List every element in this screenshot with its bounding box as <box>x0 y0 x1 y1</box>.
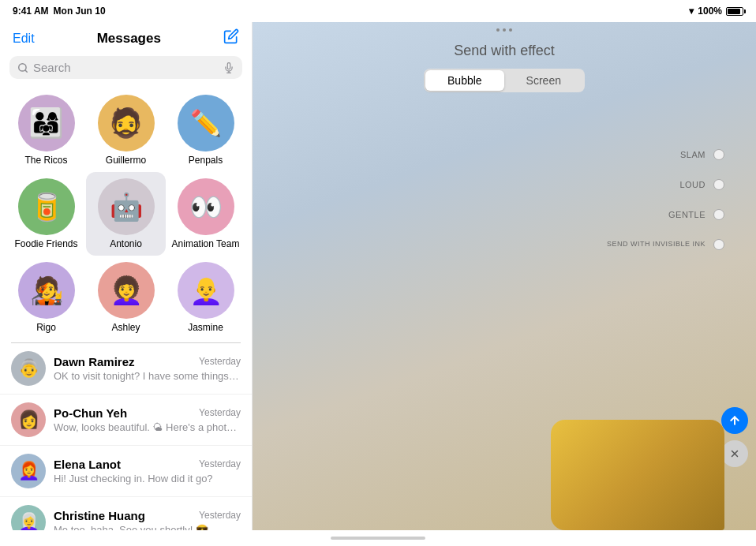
conv-preview-elena: Hi! Just checking in. How did it go? <box>54 473 241 484</box>
conversation-body-pochun: Po-Chun Yeh Yesterday Wow, looks beautif… <box>54 406 241 433</box>
effect-label-invisible-ink: SEND WITH INVISIBLE INK <box>607 240 705 249</box>
pinned-name-ashley: Ashley <box>111 322 140 333</box>
pinned-contact-penpals[interactable]: ✏️ Penpals <box>166 88 245 172</box>
effect-label-gentle: GENTLE <box>668 210 705 219</box>
mic-icon[interactable] <box>223 62 234 73</box>
home-indicator <box>0 530 756 546</box>
status-bar: 9:41 AM Mon Jun 10 ▾ 100% <box>0 0 756 22</box>
dot-2 <box>503 28 506 32</box>
avatar-animation-team: 👀 <box>178 178 234 235</box>
effect-radio-invisible-ink[interactable] <box>713 239 724 250</box>
status-left: 9:41 AM Mon Jun 10 <box>13 6 106 17</box>
conv-time-elena: Yesterday <box>199 458 241 469</box>
battery-icon <box>726 7 743 16</box>
pinned-contact-the-ricos[interactable]: 👨‍👩‍👧 The Ricos <box>6 88 86 172</box>
pinned-name-animation-team: Animation Team <box>172 238 240 249</box>
effects-list: SLAM LOUD GENTLE SEND WITH INVISIBLE INK <box>607 149 724 250</box>
main-layout: Edit Messages Search <box>0 22 756 530</box>
status-time: 9:41 AM <box>13 6 49 17</box>
svg-line-1 <box>25 69 28 72</box>
effect-label-slam: SLAM <box>680 150 705 159</box>
avatar-pochun-yeh: 👩 <box>11 402 46 437</box>
pinned-contact-antonio[interactable]: 🤖 Antonio <box>86 172 166 256</box>
sidebar: Edit Messages Search <box>0 22 253 530</box>
right-panel: Send with effect Bubble Screen SLAM LOUD <box>253 22 756 530</box>
pinned-name-foodie-friends: Foodie Friends <box>14 238 77 249</box>
pinned-name-rigo: Rigo <box>36 322 56 333</box>
battery-percent: 100% <box>698 6 722 17</box>
effect-invisible-ink[interactable]: SEND WITH INVISIBLE INK <box>607 239 724 250</box>
conv-name-elena: Elena Lanot <box>54 458 121 471</box>
conv-name-pochun: Po-Chun Yeh <box>54 406 127 420</box>
effect-loud[interactable]: LOUD <box>679 179 724 190</box>
pinned-contact-guillermo[interactable]: 🧔 Guillermo <box>86 88 166 172</box>
avatar-rigo: 🧑‍🎤 <box>18 262 75 319</box>
status-right: ▾ 100% <box>689 6 743 17</box>
dot-3 <box>509 28 512 32</box>
cancel-button[interactable] <box>721 440 748 467</box>
conv-preview-pochun: Wow, looks beautiful. 🌤 Here's a photo o… <box>54 421 241 433</box>
conv-time-dawn: Yesterday <box>199 356 241 367</box>
avatar-jasmine: 👩‍🦲 <box>178 262 234 319</box>
conversation-christine-huang[interactable]: 👩‍🦳 Christine Huang Yesterday Me too, ha… <box>0 497 252 531</box>
send-btn-area <box>721 407 748 467</box>
effect-gentle[interactable]: GENTLE <box>668 209 724 220</box>
dot-1 <box>496 28 500 32</box>
panel-dots <box>253 22 756 35</box>
conv-name-christine: Christine Huang <box>54 509 145 522</box>
effect-radio-gentle[interactable] <box>713 209 724 220</box>
edit-button[interactable]: Edit <box>13 32 35 46</box>
conv-preview-christine: Me too, haha. See you shortly! 😎 <box>54 524 241 531</box>
conversation-body-elena: Elena Lanot Yesterday Hi! Just checking … <box>54 458 241 484</box>
conv-time-pochun: Yesterday <box>199 407 241 418</box>
conv-time-christine: Yesterday <box>199 510 241 521</box>
search-input[interactable]: Search <box>33 61 219 74</box>
avatar-antonio: 🤖 <box>98 178 155 235</box>
search-bar[interactable]: Search <box>9 56 242 79</box>
home-bar <box>331 537 425 540</box>
avatar-penpals: ✏️ <box>178 95 234 151</box>
avatar-ashley: 👩‍🦱 <box>98 262 155 319</box>
pinned-name-guillermo: Guillermo <box>106 155 146 166</box>
pinned-name-penpals: Penpals <box>189 155 223 166</box>
pinned-contact-animation-team[interactable]: 👀 Animation Team <box>166 172 245 256</box>
conversation-body-dawn: Dawn Ramirez Yesterday OK to visit tonig… <box>54 355 241 382</box>
avatar-elena-lanot: 👩‍🦰 <box>11 454 46 488</box>
pinned-name-jasmine: Jasmine <box>188 322 223 333</box>
toggle-bubble-button[interactable]: Bubble <box>425 70 504 91</box>
blurred-area: SLAM LOUD GENTLE SEND WITH INVISIBLE INK <box>253 102 756 530</box>
send-button[interactable] <box>721 407 748 434</box>
toggle-screen-button[interactable]: Screen <box>504 70 583 91</box>
effect-toggle: Bubble Screen <box>253 69 756 92</box>
avatar-dawn-ramirez: 👵 <box>11 351 46 386</box>
conversation-elena-lanot[interactable]: 👩‍🦰 Elena Lanot Yesterday Hi! Just check… <box>0 446 252 497</box>
pinned-contacts-grid: 👨‍👩‍👧 The Ricos 🧔 Guillermo ✏️ Penpals <box>0 85 252 342</box>
conv-name-dawn: Dawn Ramirez <box>54 355 135 368</box>
pinned-contact-ashley[interactable]: 👩‍🦱 Ashley <box>86 256 166 339</box>
avatar-the-ricos: 👨‍👩‍👧 <box>18 95 75 151</box>
conversation-pochun-yeh[interactable]: 👩 Po-Chun Yeh Yesterday Wow, looks beaut… <box>0 395 252 446</box>
compose-button[interactable] <box>223 28 239 48</box>
sidebar-header: Edit Messages <box>0 22 252 53</box>
effect-radio-slam[interactable] <box>713 149 724 160</box>
wifi-icon: ▾ <box>689 6 694 17</box>
conversation-dawn-ramirez[interactable]: 👵 Dawn Ramirez Yesterday OK to visit ton… <box>0 343 252 395</box>
conversation-list: 👵 Dawn Ramirez Yesterday OK to visit ton… <box>0 343 252 531</box>
sidebar-title: Messages <box>97 31 161 47</box>
pinned-name-antonio: Antonio <box>110 238 142 249</box>
pinned-contact-foodie-friends[interactable]: 🥫 Foodie Friends <box>6 172 86 256</box>
conversation-body-christine: Christine Huang Yesterday Me too, haha. … <box>54 509 241 531</box>
search-icon <box>17 62 28 73</box>
status-day: Mon Jun 10 <box>54 6 106 17</box>
message-bubble-preview <box>551 420 724 530</box>
toggle-container: Bubble Screen <box>424 69 585 92</box>
pinned-contact-rigo[interactable]: 🧑‍🎤 Rigo <box>6 256 86 339</box>
effect-radio-loud[interactable] <box>713 179 724 190</box>
send-effect-title: Send with effect <box>253 35 756 69</box>
avatar-foodie-friends: 🥫 <box>18 178 75 235</box>
pinned-contact-jasmine[interactable]: 👩‍🦲 Jasmine <box>166 256 245 339</box>
pinned-name-the-ricos: The Ricos <box>24 155 67 166</box>
effect-slam[interactable]: SLAM <box>680 149 724 160</box>
effect-label-loud: LOUD <box>679 180 705 189</box>
avatar-christine-huang: 👩‍🦳 <box>11 505 46 531</box>
